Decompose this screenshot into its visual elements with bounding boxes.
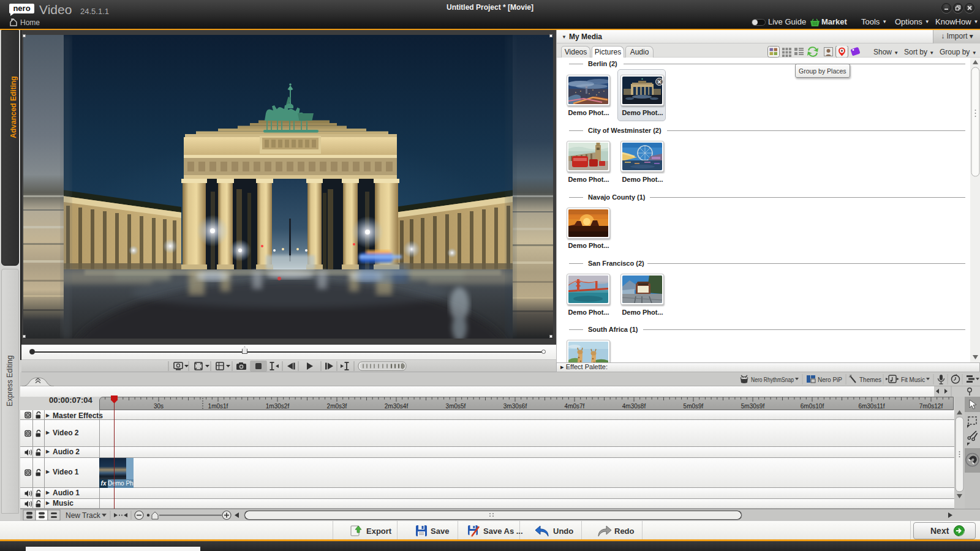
svg-text:Fit Music: Fit Music <box>901 377 925 383</box>
svg-text:6m30s11f: 6m30s11f <box>858 403 884 410</box>
svg-text:3m0s5f: 3m0s5f <box>446 403 466 410</box>
svg-text:1m30s2f: 1m30s2f <box>266 403 290 410</box>
svg-text:3m30s6f: 3m30s6f <box>503 403 527 410</box>
svg-text:4m30s8f: 4m30s8f <box>622 403 646 410</box>
svg-text:5m0s9f: 5m0s9f <box>684 403 704 410</box>
svg-text:5m30s9f: 5m30s9f <box>741 403 765 410</box>
svg-text:2m0s3f: 2m0s3f <box>327 403 347 410</box>
svg-text:1m0s1f: 1m0s1f <box>208 403 228 410</box>
svg-text:6m0s10f: 6m0s10f <box>801 403 824 410</box>
svg-text:2m30s4f: 2m30s4f <box>385 403 409 410</box>
svg-text:4m0s7f: 4m0s7f <box>565 403 585 410</box>
svg-text:Nero PiP: Nero PiP <box>818 377 842 383</box>
svg-text:Themes: Themes <box>859 377 881 383</box>
svg-text:30s: 30s <box>154 403 164 410</box>
svg-text:Nero RhythmSnap: Nero RhythmSnap <box>751 377 794 383</box>
svg-text:7m0s12f: 7m0s12f <box>919 403 943 410</box>
svg-text:New Track: New Track <box>66 511 101 520</box>
